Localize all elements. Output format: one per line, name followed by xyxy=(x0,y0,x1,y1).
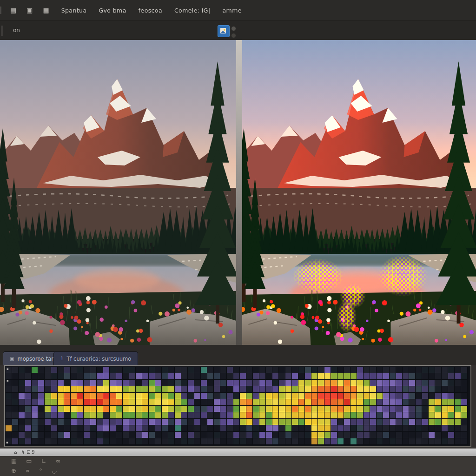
heatmap-cell xyxy=(25,412,32,419)
difference-heatmap-panel[interactable]: ▪ ▪ ▪ xyxy=(4,365,471,447)
tab-difference-heatmap[interactable]: 1 Tf curaorica: surcsuumo xyxy=(53,351,138,365)
heatmap-cell xyxy=(181,412,188,419)
heatmap-cell xyxy=(233,406,240,412)
panel-divider-handle[interactable] xyxy=(236,40,242,345)
heatmap-cell xyxy=(19,399,25,406)
globe-tool-icon[interactable]: ⊕ xyxy=(11,467,16,474)
heatmap-cell xyxy=(279,386,285,393)
heatmap-cell xyxy=(116,412,123,419)
heatmap-cell xyxy=(51,412,58,419)
heatmap-cell xyxy=(97,406,103,412)
heatmap-cell xyxy=(324,373,331,380)
heatmap-cell xyxy=(123,399,129,406)
heatmap-cell xyxy=(311,380,318,386)
heatmap-cell xyxy=(357,367,364,373)
proportion-tool-icon[interactable]: ∝ xyxy=(26,467,30,474)
heatmap-cell xyxy=(227,373,233,380)
heatmap-cell xyxy=(324,438,331,445)
loop-tool-icon[interactable]: ∞ xyxy=(56,457,61,464)
swap-toggle-icon[interactable] xyxy=(231,33,236,38)
heatmap-cell xyxy=(240,399,246,406)
heatmap-cell xyxy=(279,367,285,373)
curve-tool-icon[interactable]: ◡ xyxy=(52,467,57,474)
menu-item-4[interactable]: Comele: IG| xyxy=(174,7,211,14)
file-icon[interactable]: ▤ xyxy=(10,7,16,14)
heatmap-cell xyxy=(25,399,32,406)
heatmap-cell xyxy=(455,393,461,399)
heatmap-cell xyxy=(32,373,38,380)
heatmap-cell xyxy=(227,367,233,373)
heatmap-cell xyxy=(19,412,25,419)
menu-item-2[interactable]: Gvo bma xyxy=(99,7,126,14)
heatmap-cell xyxy=(305,367,311,373)
compare-icon[interactable]: ▦ xyxy=(43,7,49,14)
heatmap-cell xyxy=(253,399,259,406)
heatmap-cell xyxy=(168,419,175,425)
heatmap-cell xyxy=(337,432,344,438)
heatmap-cell xyxy=(123,373,129,380)
angle-tool-icon[interactable]: ∟ xyxy=(41,457,46,464)
heatmap-cell xyxy=(435,399,442,406)
menu-item-1[interactable]: Spantua xyxy=(61,7,87,14)
heatmap-cell xyxy=(32,406,38,412)
heatmap-cell xyxy=(272,432,279,438)
heatmap-cell xyxy=(272,386,279,393)
heatmap-cell xyxy=(292,393,298,399)
heatmap-cell xyxy=(84,425,90,432)
heatmap-cell xyxy=(175,419,181,425)
heatmap-cell xyxy=(240,393,246,399)
heatmap-cell xyxy=(84,367,90,373)
heatmap-cell xyxy=(71,367,77,373)
heatmap-cell xyxy=(409,386,416,393)
heatmap-cell xyxy=(201,380,207,386)
heatmap-cell xyxy=(448,406,455,412)
heatmap-cell xyxy=(25,432,32,438)
heatmap-cell xyxy=(246,438,253,445)
heatmap-cell xyxy=(194,367,201,373)
heatmap-cell xyxy=(422,438,429,445)
heatmap-cell xyxy=(188,412,194,419)
heatmap-cell xyxy=(396,393,403,399)
heatmap-cell xyxy=(298,438,305,445)
heatmap-cell xyxy=(233,438,240,445)
heatmap-cell xyxy=(279,406,285,412)
heatmap-cell xyxy=(162,399,168,406)
degree-tool-icon[interactable]: ° xyxy=(39,467,42,474)
pages-icon[interactable]: ▣ xyxy=(26,7,33,14)
heatmap-cell xyxy=(12,425,19,432)
thumbnail-view-button[interactable] xyxy=(218,25,230,37)
heatmap-cell xyxy=(6,412,12,419)
heatmap-cell xyxy=(136,367,142,373)
heatmap-cell xyxy=(136,412,142,419)
heatmap-cell xyxy=(416,412,422,419)
heatmap-cell xyxy=(448,393,455,399)
sync-toggle-icon[interactable] xyxy=(231,26,236,31)
heatmap-cell xyxy=(364,367,370,373)
heatmap-cell xyxy=(285,393,292,399)
heatmap-cell xyxy=(370,406,377,412)
heatmap-cell xyxy=(77,373,84,380)
image-panel-original[interactable] xyxy=(0,40,236,345)
frame-tool-icon[interactable]: ▭ xyxy=(26,457,32,464)
heatmap-cell xyxy=(350,412,357,419)
heatmap-cell xyxy=(116,438,123,445)
heatmap-cell xyxy=(220,406,227,412)
horizontal-scrollbar[interactable]: ⌂ ↯⊡9 xyxy=(0,448,476,457)
heatmap-cell xyxy=(337,367,344,373)
heatmap-cell xyxy=(168,373,175,380)
heatmap-cell xyxy=(129,373,136,380)
heatmap-cell xyxy=(12,419,19,425)
heatmap-cell xyxy=(201,432,207,438)
menu-item-3[interactable]: feoscoa xyxy=(139,7,162,14)
grid-tool-icon[interactable]: ▦ xyxy=(11,457,17,464)
heatmap-cell xyxy=(422,393,429,399)
tab-label: Tf curaorica: surcsuumo xyxy=(66,356,131,362)
image-panel-modified[interactable] xyxy=(242,40,476,345)
menu-item-5[interactable]: amme xyxy=(223,7,242,14)
heatmap-cell xyxy=(181,438,188,445)
heatmap-cell xyxy=(344,412,350,419)
heatmap-cell xyxy=(448,432,455,438)
heatmap-cell xyxy=(279,380,285,386)
heatmap-cell xyxy=(136,406,142,412)
heatmap-cell xyxy=(455,373,461,380)
